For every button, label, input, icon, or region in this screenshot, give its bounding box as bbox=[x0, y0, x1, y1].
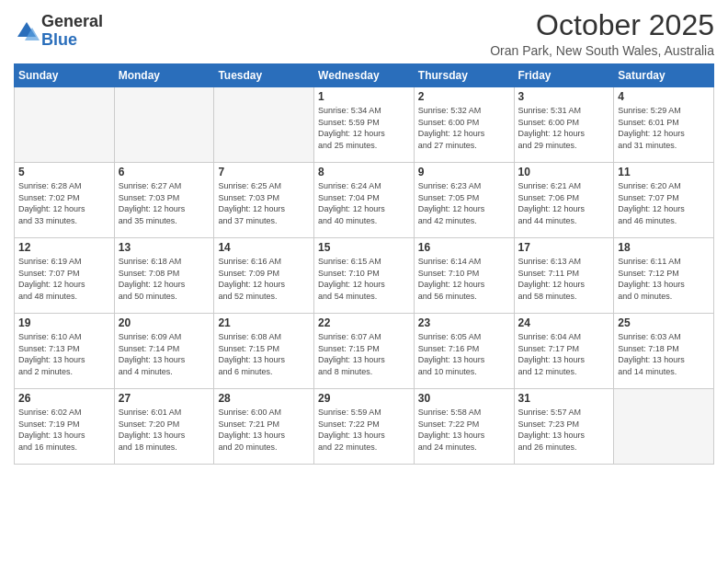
header: General Blue October 2025 Oran Park, New… bbox=[14, 9, 714, 58]
day-cell: 14Sunrise: 6:16 AM Sunset: 7:09 PM Dayli… bbox=[214, 238, 314, 314]
week-row-0: 1Sunrise: 5:34 AM Sunset: 5:59 PM Daylig… bbox=[15, 87, 714, 163]
day-detail: Sunrise: 6:10 AM Sunset: 7:13 PM Dayligh… bbox=[18, 331, 110, 377]
day-cell: 4Sunrise: 5:29 AM Sunset: 6:01 PM Daylig… bbox=[614, 87, 714, 163]
day-number: 21 bbox=[218, 316, 310, 329]
logo-icon bbox=[14, 18, 40, 44]
day-cell: 23Sunrise: 6:05 AM Sunset: 7:16 PM Dayli… bbox=[414, 314, 514, 389]
day-cell: 30Sunrise: 5:58 AM Sunset: 7:22 PM Dayli… bbox=[414, 389, 514, 465]
day-detail: Sunrise: 5:57 AM Sunset: 7:23 PM Dayligh… bbox=[518, 407, 610, 453]
day-detail: Sunrise: 6:15 AM Sunset: 7:10 PM Dayligh… bbox=[318, 256, 410, 302]
day-cell: 6Sunrise: 6:27 AM Sunset: 7:03 PM Daylig… bbox=[114, 163, 214, 238]
title-block: October 2025 Oran Park, New South Wales,… bbox=[490, 9, 714, 58]
logo-general-text: General bbox=[41, 13, 103, 31]
day-cell: 19Sunrise: 6:10 AM Sunset: 7:13 PM Dayli… bbox=[15, 314, 115, 389]
day-number: 24 bbox=[518, 316, 610, 329]
logo-text: General Blue bbox=[41, 13, 103, 50]
day-number: 11 bbox=[618, 166, 710, 178]
header-row: Sunday Monday Tuesday Wednesday Thursday… bbox=[15, 64, 714, 87]
day-number: 9 bbox=[418, 166, 510, 178]
day-detail: Sunrise: 5:31 AM Sunset: 6:00 PM Dayligh… bbox=[518, 105, 610, 151]
day-cell: 24Sunrise: 6:04 AM Sunset: 7:17 PM Dayli… bbox=[514, 314, 614, 389]
day-cell: 18Sunrise: 6:11 AM Sunset: 7:12 PM Dayli… bbox=[614, 238, 714, 314]
day-number: 30 bbox=[418, 392, 510, 405]
week-row-2: 12Sunrise: 6:19 AM Sunset: 7:07 PM Dayli… bbox=[15, 238, 714, 314]
logo-blue-text: Blue bbox=[41, 31, 103, 50]
day-number: 7 bbox=[218, 166, 310, 178]
day-cell: 21Sunrise: 6:08 AM Sunset: 7:15 PM Dayli… bbox=[214, 314, 314, 389]
day-cell: 17Sunrise: 6:13 AM Sunset: 7:11 PM Dayli… bbox=[514, 238, 614, 314]
day-number: 23 bbox=[418, 316, 510, 329]
day-detail: Sunrise: 6:11 AM Sunset: 7:12 PM Dayligh… bbox=[618, 256, 710, 302]
day-number: 18 bbox=[618, 241, 710, 254]
day-cell: 16Sunrise: 6:14 AM Sunset: 7:10 PM Dayli… bbox=[414, 238, 514, 314]
day-detail: Sunrise: 6:25 AM Sunset: 7:03 PM Dayligh… bbox=[218, 180, 310, 226]
day-cell: 20Sunrise: 6:09 AM Sunset: 7:14 PM Dayli… bbox=[114, 314, 214, 389]
logo: General Blue bbox=[14, 13, 103, 50]
day-number: 13 bbox=[119, 241, 210, 254]
day-detail: Sunrise: 6:21 AM Sunset: 7:06 PM Dayligh… bbox=[518, 180, 610, 226]
header-thursday: Thursday bbox=[414, 64, 514, 87]
day-detail: Sunrise: 5:32 AM Sunset: 6:00 PM Dayligh… bbox=[418, 105, 510, 151]
day-number: 19 bbox=[18, 316, 110, 329]
day-cell: 11Sunrise: 6:20 AM Sunset: 7:07 PM Dayli… bbox=[614, 163, 714, 238]
header-tuesday: Tuesday bbox=[214, 64, 314, 87]
day-cell: 26Sunrise: 6:02 AM Sunset: 7:19 PM Dayli… bbox=[15, 389, 115, 465]
day-cell: 15Sunrise: 6:15 AM Sunset: 7:10 PM Dayli… bbox=[314, 238, 415, 314]
day-number: 6 bbox=[119, 166, 210, 178]
day-number: 15 bbox=[318, 241, 410, 254]
day-number: 20 bbox=[119, 316, 210, 329]
day-number: 8 bbox=[318, 166, 410, 178]
day-detail: Sunrise: 6:16 AM Sunset: 7:09 PM Dayligh… bbox=[218, 256, 310, 302]
day-cell: 25Sunrise: 6:03 AM Sunset: 7:18 PM Dayli… bbox=[614, 314, 714, 389]
day-cell: 29Sunrise: 5:59 AM Sunset: 7:22 PM Dayli… bbox=[314, 389, 415, 465]
day-number: 25 bbox=[618, 316, 710, 329]
day-detail: Sunrise: 6:09 AM Sunset: 7:14 PM Dayligh… bbox=[119, 331, 210, 377]
day-detail: Sunrise: 6:07 AM Sunset: 7:15 PM Dayligh… bbox=[318, 331, 410, 377]
day-number: 12 bbox=[18, 241, 110, 254]
day-detail: Sunrise: 5:29 AM Sunset: 6:01 PM Dayligh… bbox=[618, 105, 710, 151]
day-detail: Sunrise: 6:03 AM Sunset: 7:18 PM Dayligh… bbox=[618, 331, 710, 377]
week-row-3: 19Sunrise: 6:10 AM Sunset: 7:13 PM Dayli… bbox=[15, 314, 714, 389]
day-cell: 5Sunrise: 6:28 AM Sunset: 7:02 PM Daylig… bbox=[15, 163, 115, 238]
day-number: 2 bbox=[418, 90, 510, 103]
day-number: 22 bbox=[318, 316, 410, 329]
day-cell: 8Sunrise: 6:24 AM Sunset: 7:04 PM Daylig… bbox=[314, 163, 415, 238]
day-detail: Sunrise: 6:23 AM Sunset: 7:05 PM Dayligh… bbox=[418, 180, 510, 226]
day-cell bbox=[114, 87, 214, 163]
day-cell: 27Sunrise: 6:01 AM Sunset: 7:20 PM Dayli… bbox=[114, 389, 214, 465]
week-row-4: 26Sunrise: 6:02 AM Sunset: 7:19 PM Dayli… bbox=[15, 389, 714, 465]
day-number: 4 bbox=[618, 90, 710, 103]
day-detail: Sunrise: 6:13 AM Sunset: 7:11 PM Dayligh… bbox=[518, 256, 610, 302]
day-cell bbox=[214, 87, 314, 163]
day-number: 5 bbox=[18, 166, 110, 178]
calendar: Sunday Monday Tuesday Wednesday Thursday… bbox=[14, 63, 714, 465]
day-cell: 28Sunrise: 6:00 AM Sunset: 7:21 PM Dayli… bbox=[214, 389, 314, 465]
header-saturday: Saturday bbox=[614, 64, 714, 87]
header-sunday: Sunday bbox=[15, 64, 115, 87]
day-detail: Sunrise: 6:24 AM Sunset: 7:04 PM Dayligh… bbox=[318, 180, 410, 226]
day-cell: 12Sunrise: 6:19 AM Sunset: 7:07 PM Dayli… bbox=[15, 238, 115, 314]
day-detail: Sunrise: 5:59 AM Sunset: 7:22 PM Dayligh… bbox=[318, 407, 410, 453]
week-row-1: 5Sunrise: 6:28 AM Sunset: 7:02 PM Daylig… bbox=[15, 163, 714, 238]
day-detail: Sunrise: 5:58 AM Sunset: 7:22 PM Dayligh… bbox=[418, 407, 510, 453]
day-detail: Sunrise: 6:28 AM Sunset: 7:02 PM Dayligh… bbox=[18, 180, 110, 226]
day-cell: 3Sunrise: 5:31 AM Sunset: 6:00 PM Daylig… bbox=[514, 87, 614, 163]
day-cell: 31Sunrise: 5:57 AM Sunset: 7:23 PM Dayli… bbox=[514, 389, 614, 465]
day-detail: Sunrise: 6:04 AM Sunset: 7:17 PM Dayligh… bbox=[518, 331, 610, 377]
day-detail: Sunrise: 6:20 AM Sunset: 7:07 PM Dayligh… bbox=[618, 180, 710, 226]
day-detail: Sunrise: 6:27 AM Sunset: 7:03 PM Dayligh… bbox=[119, 180, 210, 226]
day-detail: Sunrise: 6:14 AM Sunset: 7:10 PM Dayligh… bbox=[418, 256, 510, 302]
header-friday: Friday bbox=[514, 64, 614, 87]
location: Oran Park, New South Wales, Australia bbox=[490, 43, 714, 58]
day-detail: Sunrise: 6:18 AM Sunset: 7:08 PM Dayligh… bbox=[119, 256, 210, 302]
page: General Blue October 2025 Oran Park, New… bbox=[0, 0, 728, 563]
month-title: October 2025 bbox=[490, 9, 714, 41]
day-cell: 10Sunrise: 6:21 AM Sunset: 7:06 PM Dayli… bbox=[514, 163, 614, 238]
day-detail: Sunrise: 6:01 AM Sunset: 7:20 PM Dayligh… bbox=[119, 407, 210, 453]
day-cell: 9Sunrise: 6:23 AM Sunset: 7:05 PM Daylig… bbox=[414, 163, 514, 238]
day-number: 28 bbox=[218, 392, 310, 405]
day-cell: 13Sunrise: 6:18 AM Sunset: 7:08 PM Dayli… bbox=[114, 238, 214, 314]
day-number: 14 bbox=[218, 241, 310, 254]
header-monday: Monday bbox=[114, 64, 214, 87]
day-number: 16 bbox=[418, 241, 510, 254]
